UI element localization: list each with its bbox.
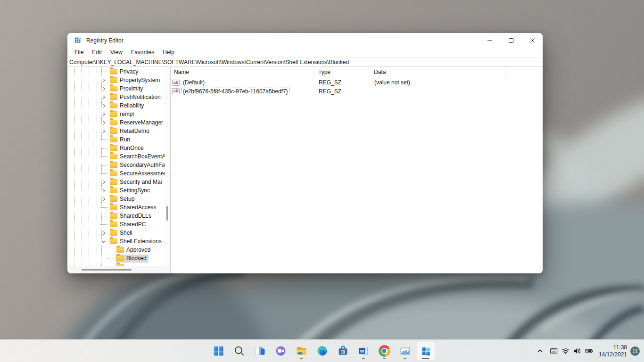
expander-icon[interactable] [100, 127, 109, 135]
expander-icon[interactable] [100, 186, 109, 195]
expander-icon[interactable] [100, 212, 109, 220]
tree-item[interactable]: Security and Mai [67, 178, 165, 186]
tree-item[interactable]: SharedDLLs [67, 212, 165, 220]
tree-item[interactable]: Shell Extensions [67, 237, 165, 246]
battery-charging-icon[interactable] [583, 342, 595, 361]
tree-vertical-scrollbar[interactable] [165, 67, 170, 266]
tree-item-box[interactable]: SettingSync [109, 187, 152, 195]
expander-icon[interactable] [100, 178, 109, 186]
tree-item-box[interactable]: Shell [109, 229, 134, 237]
tree-item-box[interactable]: Privacy [109, 68, 140, 76]
start-button[interactable] [209, 342, 228, 361]
expander-icon[interactable] [100, 118, 109, 127]
tree-item-box[interactable]: SecondaryAuthFa [109, 161, 165, 169]
expander-icon[interactable] [100, 67, 109, 76]
tree-item-box[interactable]: Setup [109, 195, 136, 203]
expander-icon[interactable] [100, 101, 109, 110]
value-name-cell[interactable]: ab {e2bf9676-5f8f-435c-97eb-11607a5bedf7… [171, 88, 313, 95]
tree-horizontal-scrollbar[interactable] [67, 266, 165, 273]
tree-item[interactable]: PropertySystem [67, 76, 165, 84]
tree-item-box[interactable]: RunOnce [109, 144, 146, 152]
tree-item-box[interactable]: PushNotification [109, 93, 163, 101]
value-row[interactable]: ab (Default) REG_SZ (value not set) [171, 78, 543, 87]
tree-item[interactable]: Reliability [67, 101, 165, 110]
search-button[interactable] [230, 342, 248, 361]
maximize-button[interactable] [500, 33, 521, 48]
tree-item-box[interactable]: Proximity [109, 85, 145, 93]
tree-item[interactable]: SettingSync [67, 186, 165, 195]
scrollbar-thumb[interactable] [166, 206, 168, 221]
store-button[interactable] [333, 342, 352, 361]
tree-item-box[interactable]: Security and Mai [109, 178, 164, 186]
column-header-type[interactable]: Type [313, 67, 369, 77]
tree-item-box[interactable]: SharedPC [109, 221, 148, 229]
tree-item[interactable]: ReserveManager [67, 118, 165, 127]
expander-icon[interactable] [100, 195, 109, 203]
tree-item[interactable]: Run [67, 135, 165, 144]
minimize-button[interactable] [479, 33, 500, 48]
wifi-icon[interactable] [560, 342, 571, 361]
tree-item[interactable]: SharedPC [67, 220, 165, 229]
expander-icon[interactable] [107, 254, 116, 263]
tree-item[interactable]: Setup [67, 195, 165, 203]
expander-icon[interactable] [100, 203, 109, 212]
tree-item[interactable]: Shell [67, 229, 165, 237]
tree-item-box[interactable]: Approved [116, 246, 152, 254]
task-manager-button[interactable] [396, 342, 414, 361]
expander-icon[interactable] [100, 169, 109, 178]
expander-icon[interactable] [107, 246, 116, 254]
notification-badge[interactable]: 11 [630, 346, 640, 356]
volume-icon[interactable] [571, 342, 583, 361]
registry-editor-taskbar-button[interactable] [416, 342, 435, 361]
chrome-button[interactable] [375, 342, 394, 361]
tree-item-box[interactable]: Blocked [116, 255, 149, 263]
file-explorer-button[interactable] [292, 342, 311, 361]
tree-item-box[interactable]: rempl [109, 110, 136, 118]
expander-icon[interactable] [100, 220, 109, 229]
menu-file[interactable]: File [70, 49, 88, 56]
tree-item[interactable]: SecondaryAuthFa [67, 161, 165, 169]
expander-icon[interactable] [100, 135, 109, 144]
menu-view[interactable]: View [106, 49, 127, 56]
tree-item[interactable]: Privacy [67, 67, 165, 76]
tree-item[interactable]: RunOnce [67, 144, 165, 152]
expander-icon[interactable] [100, 110, 109, 118]
menu-favorites[interactable]: Favorites [127, 49, 158, 56]
tree-item[interactable]: SecureAssessmen [67, 169, 165, 178]
edge-button[interactable] [313, 342, 331, 361]
tree-item-box[interactable]: SecureAssessmen [109, 170, 165, 178]
expander-icon[interactable] [100, 76, 109, 84]
tree-item[interactable]: SharedAccess [67, 203, 165, 212]
tree-item-box[interactable]: Reliability [109, 102, 146, 110]
tree-item-box[interactable]: Shell Extensions [109, 238, 164, 246]
expander-icon[interactable] [100, 152, 109, 161]
tree-item[interactable]: PushNotification [67, 93, 165, 101]
value-row[interactable]: ab {e2bf9676-5f8f-435c-97eb-11607a5bedf7… [171, 87, 543, 96]
tree-item[interactable]: rempl [67, 110, 165, 118]
tree-item-box[interactable]: SearchBoxEventA [109, 153, 165, 161]
close-button[interactable] [521, 33, 543, 48]
expander-icon[interactable] [100, 161, 109, 169]
tree-item[interactable]: Blocked [67, 254, 165, 263]
tree-item-box[interactable]: RetailDemo [109, 127, 151, 135]
tree-item-box[interactable]: PropertySystem [109, 76, 162, 84]
value-name-cell[interactable]: ab (Default) [171, 79, 313, 86]
chevron-up-icon[interactable] [534, 342, 547, 361]
tree-item[interactable]: SearchBoxEventA [67, 152, 165, 161]
tree-item[interactable]: Proximity [67, 84, 165, 93]
expander-icon[interactable] [100, 93, 109, 101]
menu-help[interactable]: Help [158, 49, 179, 56]
taskbar-clock[interactable]: 11:38 14/12/2021 [599, 344, 627, 358]
expander-icon[interactable] [100, 144, 109, 152]
expander-icon[interactable] [100, 229, 109, 237]
expander-icon[interactable] [100, 237, 109, 246]
chat-button[interactable] [271, 342, 290, 361]
scrollbar-thumb[interactable] [82, 269, 132, 271]
titlebar[interactable]: Registry Editor [67, 33, 543, 48]
expander-icon[interactable] [100, 84, 109, 93]
tree-item-box[interactable]: ReserveManager [109, 119, 165, 127]
tree-item[interactable]: RetailDemo [67, 127, 165, 135]
tree-item[interactable]: Approved [67, 246, 165, 254]
task-view-button[interactable] [250, 342, 269, 361]
tree-item-box[interactable]: SharedAccess [109, 204, 158, 212]
